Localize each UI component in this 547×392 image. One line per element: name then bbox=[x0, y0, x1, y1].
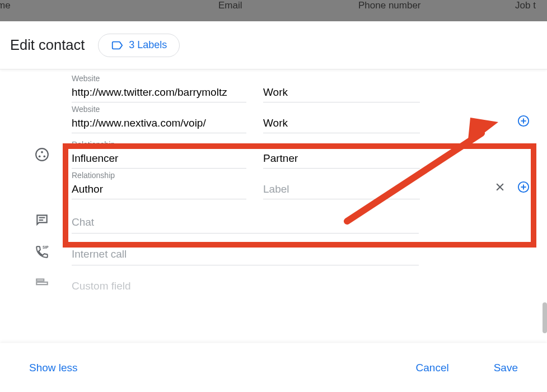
relationship-input[interactable] bbox=[72, 150, 246, 169]
relationship-label-input[interactable] bbox=[263, 181, 420, 199]
website-row: Website bbox=[27, 74, 530, 102]
show-less-button[interactable]: Show less bbox=[27, 357, 80, 379]
labels-chip-text: 3 Labels bbox=[129, 39, 167, 51]
internet-call-section: SIP bbox=[27, 238, 530, 265]
bg-col-phone: Phone number bbox=[358, 0, 421, 11]
remove-relationship-button[interactable] bbox=[493, 180, 507, 194]
modal-footer: Show less Cancel Save bbox=[0, 343, 547, 392]
relationship-row: Relationship bbox=[27, 140, 530, 169]
relationship-row: Relationship bbox=[27, 171, 530, 199]
svg-point-4 bbox=[41, 151, 43, 153]
svg-point-6 bbox=[43, 155, 45, 157]
relationship-type-input[interactable] bbox=[263, 150, 420, 169]
bg-col-email: Email bbox=[218, 0, 242, 11]
field-label: Website bbox=[72, 74, 246, 83]
form-body: Website Website Relationship bbox=[0, 69, 547, 333]
svg-rect-15 bbox=[36, 282, 48, 284]
field-label: Website bbox=[72, 105, 246, 114]
chat-icon bbox=[27, 213, 72, 227]
cancel-button[interactable]: Cancel bbox=[414, 357, 451, 379]
svg-text:SIP: SIP bbox=[43, 245, 49, 249]
edit-contact-header: Edit contact 3 Labels bbox=[0, 21, 547, 69]
add-relationship-button[interactable] bbox=[517, 180, 530, 194]
relationship-input[interactable] bbox=[72, 181, 246, 199]
website-input[interactable] bbox=[72, 115, 246, 133]
field-label: Relationship bbox=[72, 140, 246, 149]
sip-phone-icon: SIP bbox=[27, 245, 72, 259]
custom-field-input[interactable] bbox=[72, 270, 419, 297]
chat-input[interactable] bbox=[72, 206, 419, 234]
plus-icon bbox=[517, 115, 530, 127]
bg-col-name: me bbox=[0, 0, 11, 11]
svg-rect-16 bbox=[36, 279, 44, 281]
bg-col-job: Job t bbox=[515, 0, 536, 11]
close-icon bbox=[494, 181, 506, 193]
website-input[interactable] bbox=[72, 84, 246, 102]
relationship-icon bbox=[27, 147, 72, 169]
website-row: Website bbox=[27, 105, 530, 133]
save-button[interactable]: Save bbox=[492, 357, 520, 379]
website-type-input[interactable] bbox=[263, 115, 420, 133]
scrollbar[interactable] bbox=[543, 302, 547, 333]
svg-point-3 bbox=[36, 148, 48, 161]
plus-icon bbox=[517, 181, 530, 193]
labels-chip[interactable]: 3 Labels bbox=[98, 34, 180, 57]
modal-title: Edit contact bbox=[10, 37, 85, 53]
website-type-input[interactable] bbox=[263, 84, 420, 102]
internet-call-input[interactable] bbox=[72, 238, 419, 265]
add-website-button[interactable] bbox=[517, 114, 530, 128]
svg-point-5 bbox=[39, 155, 41, 157]
chat-section bbox=[27, 206, 530, 234]
field-label: Relationship bbox=[72, 171, 246, 180]
custom-field-icon bbox=[27, 276, 72, 291]
background-columns: me Email Phone number Job t bbox=[0, 0, 547, 21]
label-icon bbox=[111, 39, 123, 52]
custom-field-section bbox=[27, 270, 530, 297]
